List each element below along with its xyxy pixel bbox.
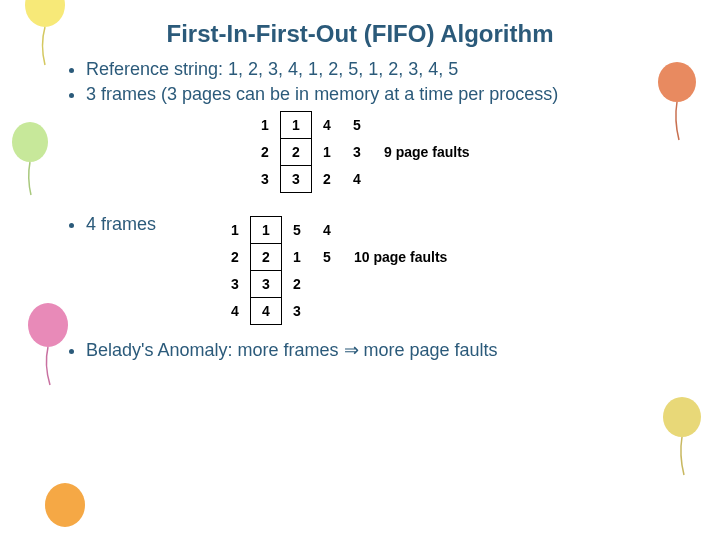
cell: 1 xyxy=(250,112,281,139)
bullet-reference-string: Reference string: 1, 2, 3, 4, 1, 2, 5, 1… xyxy=(86,58,670,81)
cell: 4 xyxy=(251,297,282,324)
cell: 3 xyxy=(281,166,312,193)
cell: 1 xyxy=(220,216,251,243)
cell: 4 xyxy=(312,216,342,243)
cell: 4 xyxy=(342,166,372,193)
cell: 3 xyxy=(251,270,282,297)
cell: 5 xyxy=(312,243,342,270)
cell: 3 xyxy=(250,166,281,193)
balloon-decoration xyxy=(655,395,710,480)
cell: 3 xyxy=(220,270,251,297)
cell: 2 xyxy=(312,166,343,193)
page-faults-label: 9 page faults xyxy=(372,139,471,166)
cell: 1 xyxy=(281,112,312,139)
cell: 2 xyxy=(220,243,251,270)
slide-title: First-In-First-Out (FIFO) Algorithm xyxy=(50,20,670,48)
page-faults-label: 10 page faults xyxy=(342,243,448,270)
cell: 1 xyxy=(282,243,313,270)
svg-point-5 xyxy=(663,397,701,437)
table-4-frames: 1 1 5 4 2 2 1 5 10 page faults 3 3 2 xyxy=(220,216,670,325)
cell: 2 xyxy=(250,139,281,166)
cell: 3 xyxy=(282,297,313,324)
cell: 4 xyxy=(220,297,251,324)
cell xyxy=(312,297,342,324)
cell xyxy=(312,270,342,297)
cell: 5 xyxy=(342,112,372,139)
cell: 1 xyxy=(312,139,343,166)
cell: 2 xyxy=(251,243,282,270)
table-3-frames: 1 1 4 5 2 2 1 3 9 page faults 3 3 2 4 xyxy=(250,111,670,193)
bullet-4-frames: 4 frames xyxy=(86,213,156,236)
cell: 1 xyxy=(251,216,282,243)
bullet-list: Reference string: 1, 2, 3, 4, 1, 2, 5, 1… xyxy=(70,58,670,105)
svg-point-3 xyxy=(45,483,85,527)
bullet-belady-anomaly: Belady's Anomaly: more frames ⇒ more pag… xyxy=(86,339,670,362)
bullet-3-frames: 3 frames (3 pages can be in memory at a … xyxy=(86,83,670,106)
slide-content: First-In-First-Out (FIFO) Algorithm Refe… xyxy=(0,0,720,375)
cell: 4 xyxy=(312,112,343,139)
cell: 3 xyxy=(342,139,372,166)
bullet-list: Belady's Anomaly: more frames ⇒ more pag… xyxy=(70,339,670,362)
cell: 2 xyxy=(281,139,312,166)
cell: 2 xyxy=(282,270,313,297)
balloon-decoration xyxy=(35,480,95,540)
bullet-list: 4 frames xyxy=(70,213,156,238)
cell: 5 xyxy=(282,216,313,243)
